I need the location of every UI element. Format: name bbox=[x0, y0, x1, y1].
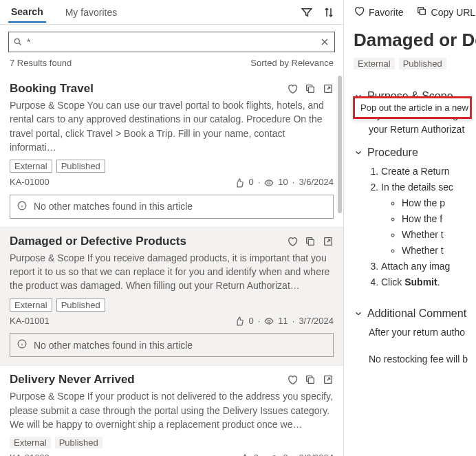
popout-icon[interactable] bbox=[323, 83, 334, 94]
procedure-substep: Whether t bbox=[402, 228, 476, 242]
copy-url-button[interactable]: Copy URL bbox=[416, 6, 476, 19]
svg-rect-1 bbox=[308, 87, 314, 92]
svg-point-0 bbox=[14, 39, 19, 43]
result-snippet: Purpose & Scope You can use our travel p… bbox=[10, 98, 334, 154]
result-card[interactable]: Damaged or Defective Products Purpose & … bbox=[0, 228, 343, 366]
procedure-step: Click Submit. bbox=[381, 275, 476, 290]
search-icon bbox=[13, 37, 23, 47]
copy-icon[interactable] bbox=[305, 374, 316, 385]
svg-point-7 bbox=[268, 320, 271, 323]
like-count: 0 bbox=[248, 316, 253, 326]
chevron-down-icon bbox=[354, 309, 363, 318]
badge-external: External bbox=[10, 160, 52, 173]
heart-icon[interactable] bbox=[287, 374, 298, 385]
result-title: Damaged or Defective Products bbox=[10, 235, 287, 248]
eye-icon bbox=[264, 177, 274, 188]
procedure-step: In the details sec How the p How the f W… bbox=[381, 180, 476, 258]
copy-icon bbox=[416, 6, 427, 19]
popout-icon[interactable] bbox=[323, 236, 334, 247]
result-snippet: Purpose & Scope If you receive damaged p… bbox=[10, 251, 334, 293]
result-date: 3/6/2024 bbox=[299, 177, 334, 187]
result-date: 3/6/2024 bbox=[299, 453, 334, 456]
thumbsup-icon bbox=[235, 316, 244, 327]
svg-rect-5 bbox=[308, 239, 314, 245]
no-match-notice: No other matches found in this article bbox=[10, 333, 334, 357]
procedure-substep: Whether t bbox=[402, 243, 476, 258]
tab-search[interactable]: Search bbox=[8, 2, 46, 23]
thumbsup-icon bbox=[240, 453, 250, 456]
favorite-button[interactable]: Favorite bbox=[354, 6, 404, 19]
result-title: Delivery Never Arrived bbox=[10, 373, 287, 387]
copy-icon[interactable] bbox=[305, 236, 316, 247]
info-icon bbox=[17, 201, 27, 213]
filter-icon[interactable] bbox=[301, 6, 313, 19]
procedure-substep: How the p bbox=[402, 196, 476, 210]
sort-icon[interactable] bbox=[323, 6, 335, 19]
chevron-down-icon bbox=[354, 148, 363, 158]
badge-external: External bbox=[10, 437, 51, 448]
popout-tooltip: Pop out the article in a new window bbox=[353, 96, 472, 119]
result-id: KA-01002 bbox=[10, 453, 240, 456]
section-text: No restocking fee will b bbox=[369, 352, 476, 367]
heart-icon[interactable] bbox=[287, 83, 298, 94]
results-sort: Sorted by Relevance bbox=[250, 58, 334, 68]
eye-icon bbox=[270, 453, 279, 456]
procedure-substep: How the f bbox=[402, 212, 476, 226]
thumbsup-icon bbox=[235, 177, 244, 188]
heart-icon bbox=[354, 6, 365, 19]
svg-rect-9 bbox=[308, 378, 314, 384]
procedure-step: Attach any imag bbox=[381, 259, 476, 274]
badge-published: Published bbox=[399, 58, 446, 69]
scrollbar[interactable] bbox=[338, 76, 342, 213]
svg-point-3 bbox=[268, 182, 271, 184]
section-procedure[interactable]: Procedure bbox=[354, 146, 476, 159]
badge-external: External bbox=[10, 298, 52, 312]
result-card[interactable]: Delivery Never Arrived Purpose & Scope I… bbox=[0, 366, 343, 456]
result-title: Booking Travel bbox=[10, 82, 287, 96]
view-count: 0 bbox=[283, 453, 288, 456]
results-count: 7 Results found bbox=[10, 58, 72, 68]
result-snippet: Purpose & Scope If your product is not d… bbox=[10, 389, 334, 431]
badge-published: Published bbox=[56, 298, 105, 312]
article-title: Damaged or De bbox=[354, 30, 476, 51]
badge-published: Published bbox=[56, 160, 105, 173]
like-count: 0 bbox=[254, 453, 259, 456]
eye-icon bbox=[264, 316, 274, 327]
svg-rect-12 bbox=[420, 9, 425, 14]
section-text: After your return autho bbox=[369, 325, 476, 340]
search-query: * bbox=[23, 36, 319, 47]
like-count: 0 bbox=[248, 177, 253, 187]
section-text: your Return Authorizat bbox=[369, 122, 476, 137]
search-input[interactable]: * bbox=[8, 32, 335, 52]
procedure-step: Create a Return bbox=[381, 164, 476, 179]
popout-icon[interactable] bbox=[323, 374, 334, 385]
heart-icon[interactable] bbox=[287, 236, 298, 247]
result-date: 3/7/2024 bbox=[299, 316, 334, 326]
badge-external: External bbox=[354, 58, 395, 69]
no-match-notice: No other matches found in this article bbox=[10, 195, 334, 219]
view-count: 11 bbox=[278, 316, 288, 326]
result-card[interactable]: Booking Travel Purpose & Scope You can u… bbox=[0, 75, 343, 228]
badge-published: Published bbox=[55, 437, 102, 448]
section-additional-comments[interactable]: Additional Comment bbox=[354, 307, 476, 320]
result-id: KA-01000 bbox=[10, 177, 235, 187]
clear-icon[interactable] bbox=[319, 36, 330, 47]
tab-favorites[interactable]: My favorites bbox=[63, 3, 120, 22]
result-id: KA-01001 bbox=[10, 316, 235, 326]
copy-icon[interactable] bbox=[305, 83, 316, 94]
info-icon bbox=[17, 339, 27, 351]
view-count: 10 bbox=[278, 177, 288, 187]
